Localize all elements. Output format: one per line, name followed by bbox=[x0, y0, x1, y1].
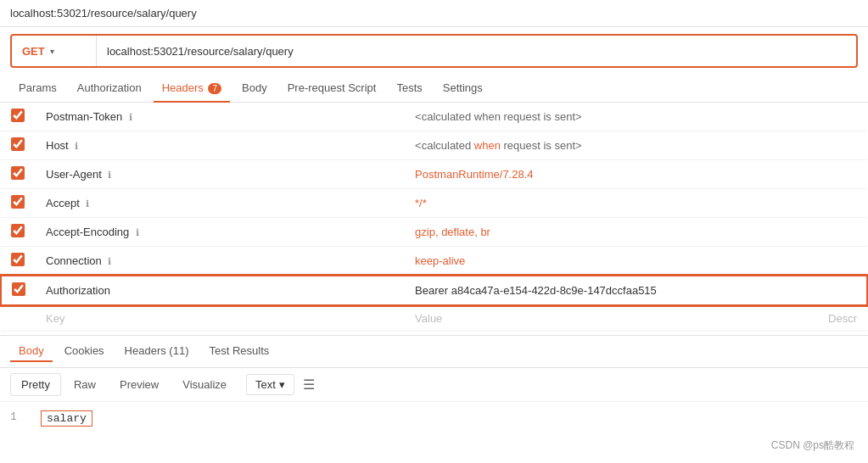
text-type-chevron-icon: ▾ bbox=[279, 378, 285, 391]
request-bar: GET ▾ bbox=[10, 34, 858, 68]
header-checkbox-cell[interactable] bbox=[1, 276, 36, 305]
table-row: Connection ℹ keep-alive bbox=[1, 247, 867, 276]
header-desc-cell bbox=[818, 247, 867, 276]
table-row: Accept ℹ */* bbox=[1, 189, 867, 218]
header-checkbox[interactable] bbox=[11, 253, 25, 266]
header-key: User-Agent ℹ bbox=[46, 168, 111, 181]
response-view-tabs: Pretty Raw Preview Visualize Text ▾ ☰ bbox=[0, 368, 868, 402]
info-icon: ℹ bbox=[108, 256, 111, 266]
tab-settings[interactable]: Settings bbox=[434, 75, 491, 103]
headers-badge: 7 bbox=[208, 83, 221, 94]
header-key: Host ℹ bbox=[46, 139, 78, 152]
wrap-icon[interactable]: ☰ bbox=[296, 373, 322, 396]
header-checkbox-cell[interactable] bbox=[1, 131, 36, 160]
tab-pre-request-script[interactable]: Pre-request Script bbox=[279, 75, 385, 103]
tab-authorization[interactable]: Authorization bbox=[69, 75, 150, 103]
method-label: GET bbox=[22, 45, 45, 58]
header-key-cell: Accept ℹ bbox=[36, 189, 405, 218]
header-key-cell: User-Agent ℹ bbox=[36, 160, 405, 189]
header-checkbox-cell[interactable] bbox=[1, 160, 36, 189]
header-key-cell: Connection ℹ bbox=[36, 247, 405, 276]
info-icon: ℹ bbox=[129, 112, 132, 122]
tab-body[interactable]: Body bbox=[233, 75, 276, 103]
header-checkbox[interactable] bbox=[11, 166, 25, 180]
header-checkbox-cell[interactable] bbox=[1, 218, 36, 247]
tab-tests[interactable]: Tests bbox=[388, 75, 430, 103]
resp-tab-body[interactable]: Body bbox=[10, 341, 53, 362]
header-desc-cell bbox=[818, 189, 867, 218]
response-tabs-bar: Body Cookies Headers (11) Test Results bbox=[0, 335, 868, 368]
resp-tab-cookies[interactable]: Cookies bbox=[56, 341, 113, 362]
info-icon: ℹ bbox=[75, 141, 78, 151]
view-tab-preview[interactable]: Preview bbox=[109, 373, 170, 396]
header-checkbox-cell[interactable] bbox=[1, 189, 36, 218]
header-value-cell: <calculated when request is sent> bbox=[405, 131, 818, 160]
method-chevron-icon: ▾ bbox=[50, 47, 54, 56]
header-checkbox-cell[interactable] bbox=[1, 247, 36, 276]
tab-headers[interactable]: Headers 7 bbox=[154, 75, 230, 103]
header-desc-cell bbox=[818, 131, 867, 160]
header-checkbox[interactable] bbox=[11, 137, 25, 151]
header-key: Accept-Encoding ℹ bbox=[46, 226, 139, 238]
table-row: Postman-Token ℹ <calculated when request… bbox=[1, 103, 867, 131]
new-header-desc-cell[interactable]: Descr bbox=[818, 305, 867, 332]
method-select[interactable]: GET ▾ bbox=[12, 36, 97, 66]
new-header-value-cell[interactable]: Value bbox=[405, 305, 818, 332]
view-tab-pretty[interactable]: Pretty bbox=[10, 373, 61, 396]
header-checkbox[interactable] bbox=[11, 195, 25, 209]
header-key-cell: Accept-Encoding ℹ bbox=[36, 218, 405, 247]
new-header-checkbox-cell bbox=[1, 305, 36, 332]
tab-params[interactable]: Params bbox=[10, 75, 65, 103]
header-key-cell: Authorization bbox=[36, 276, 405, 305]
header-value-cell: Bearer a84ca47a-e154-422d-8c9e-147dccfaa… bbox=[405, 276, 818, 305]
header-value-cell: */* bbox=[405, 189, 818, 218]
info-icon: ℹ bbox=[86, 198, 89, 209]
header-checkbox[interactable] bbox=[11, 109, 25, 122]
header-desc-cell bbox=[818, 218, 867, 247]
request-tabs-bar: Params Authorization Headers 7 Body Pre-… bbox=[0, 75, 868, 103]
header-key-cell: Host ℹ bbox=[36, 131, 405, 160]
key-placeholder[interactable]: Key bbox=[46, 312, 64, 325]
headers-section: Postman-Token ℹ <calculated when request… bbox=[0, 103, 868, 332]
header-checkbox-cell[interactable] bbox=[1, 103, 36, 131]
header-value-cell: <calculated when request is sent> bbox=[405, 103, 818, 131]
header-value-cell: keep-alive bbox=[405, 247, 818, 276]
line-number: 1 bbox=[10, 410, 27, 427]
page-url: localhost:53021/resource/salary/query bbox=[10, 7, 197, 20]
header-value-cell: PostmanRuntime/7.28.4 bbox=[405, 160, 818, 189]
header-key-cell: Postman-Token ℹ bbox=[36, 103, 405, 131]
header-key: Postman-Token ℹ bbox=[46, 110, 132, 123]
table-row: Accept-Encoding ℹ gzip, deflate, br bbox=[1, 218, 867, 247]
table-row: Host ℹ <calculated when request is sent> bbox=[1, 131, 867, 160]
text-type-label: Text bbox=[255, 378, 276, 391]
headers-table: Postman-Token ℹ <calculated when request… bbox=[0, 103, 868, 332]
new-header-row: Key Value Descr bbox=[1, 305, 867, 332]
info-icon: ℹ bbox=[108, 170, 111, 180]
resp-tab-test-results[interactable]: Test Results bbox=[200, 341, 277, 362]
header-key: Authorization bbox=[46, 284, 110, 297]
table-row: Authorization Bearer a84ca47a-e154-422d-… bbox=[1, 276, 867, 305]
view-tab-visualize[interactable]: Visualize bbox=[171, 373, 238, 396]
info-icon: ℹ bbox=[136, 227, 139, 237]
header-desc-cell bbox=[818, 103, 867, 131]
header-checkbox[interactable] bbox=[12, 282, 25, 296]
new-header-key-cell[interactable]: Key bbox=[36, 305, 405, 332]
text-type-dropdown[interactable]: Text ▾ bbox=[246, 374, 294, 395]
header-value-cell: gzip, deflate, br bbox=[405, 218, 818, 247]
table-row: User-Agent ℹ PostmanRuntime/7.28.4 bbox=[1, 160, 867, 189]
view-tab-raw[interactable]: Raw bbox=[63, 373, 107, 396]
header-checkbox[interactable] bbox=[11, 224, 25, 237]
value-placeholder[interactable]: Value bbox=[415, 312, 442, 325]
header-desc-cell bbox=[818, 160, 867, 189]
header-desc-cell bbox=[818, 276, 867, 305]
response-code-area: 1 salary bbox=[0, 402, 868, 435]
url-input[interactable] bbox=[97, 45, 856, 58]
code-value: salary bbox=[41, 410, 92, 427]
header-key: Connection ℹ bbox=[46, 254, 111, 267]
resp-tab-headers[interactable]: Headers (11) bbox=[116, 341, 198, 362]
header-key: Accept ℹ bbox=[46, 197, 89, 209]
title-bar: localhost:53021/resource/salary/query bbox=[0, 0, 868, 27]
